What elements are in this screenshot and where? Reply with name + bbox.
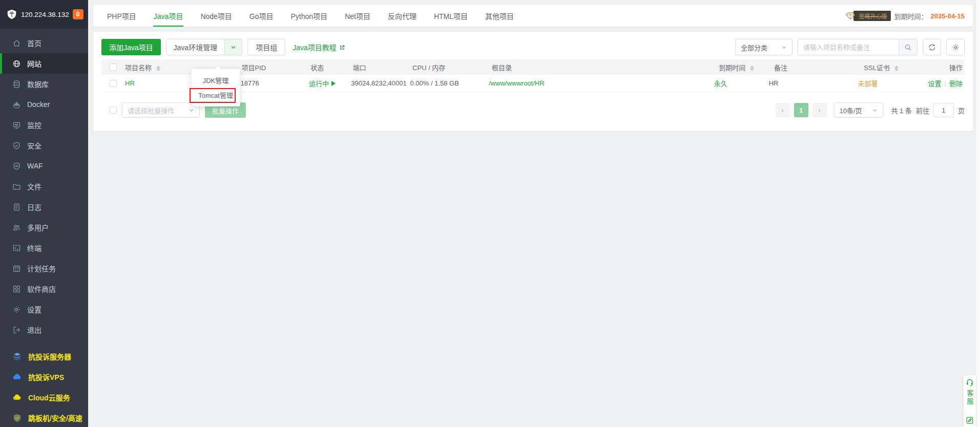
sidebar-item-appstore[interactable]: 软件商店 — [0, 279, 88, 299]
sidebar-item-jumpserver[interactable]: 跳板机/安全/高速 — [0, 408, 88, 427]
java-tutorial-link[interactable]: Java项目教程 — [293, 42, 346, 52]
column-label: 项目PID — [241, 64, 266, 72]
select-all-checkbox[interactable] — [110, 63, 117, 71]
sidebar-item-logout[interactable]: 退出 — [0, 319, 88, 340]
list-settings-button[interactable] — [946, 39, 965, 55]
refresh-button[interactable] — [923, 39, 941, 55]
message-count-badge[interactable]: 0 — [73, 9, 84, 19]
column-label: 状态 — [310, 64, 324, 72]
column-header-expire[interactable]: 到期时间 — [719, 62, 774, 72]
project-root-link[interactable]: /www/wwwroot/HR — [489, 79, 544, 87]
sort-icon[interactable] — [750, 66, 754, 71]
column-label: 操作 — [949, 64, 963, 72]
search-button[interactable] — [899, 39, 917, 55]
tab-net[interactable]: Net项目 — [336, 5, 379, 27]
tab-node[interactable]: Node项目 — [192, 5, 240, 27]
java-env-dropdown-toggle[interactable] — [224, 39, 242, 55]
scrollbar[interactable] — [976, 0, 980, 427]
sidebar-item-waf[interactable]: WAF — [0, 156, 88, 176]
gear-icon — [952, 44, 960, 51]
sidebar-item-label: 抗投诉VPS — [28, 372, 64, 382]
tab-go[interactable]: Go项目 — [241, 5, 282, 27]
sidebar-item-label: 抗投诉服务器 — [28, 351, 71, 361]
column-header-note: 备注 — [774, 62, 864, 72]
tab-label: 其他项目 — [485, 11, 514, 21]
monitor-icon — [12, 121, 21, 130]
sidebar-item-website[interactable]: 网站 — [0, 53, 88, 74]
prev-page-button[interactable]: ‹ — [776, 103, 790, 117]
footer-select-all-checkbox[interactable] — [110, 106, 117, 114]
sidebar-item-label: Docker — [27, 100, 50, 109]
goto-page-input[interactable] — [933, 103, 954, 117]
column-header-ssl[interactable]: SSL证书 — [864, 62, 934, 72]
menu-item-tomcat-manage[interactable]: Tomcat管理 — [192, 88, 240, 102]
sidebar-item-home[interactable]: 首页 — [0, 33, 88, 53]
next-page-button[interactable]: › — [812, 103, 827, 117]
project-type-tabs: PHP项目 Java项目 Node项目 Go项目 Python项目 Net项目 … — [93, 5, 973, 27]
sidebar-item-label: 跳板机/安全/高速 — [28, 413, 82, 423]
sidebar-item-docker[interactable]: Docker — [0, 94, 88, 115]
layers-3d-icon — [12, 352, 22, 361]
home-icon — [12, 39, 21, 48]
sort-icon[interactable] — [894, 66, 899, 71]
tab-reverse-proxy[interactable]: 反向代理 — [379, 5, 425, 27]
sidebar-item-label: 退出 — [27, 325, 41, 335]
add-java-project-button[interactable]: 添加Java项目 — [101, 39, 161, 55]
sidebar-item-monitor[interactable]: 监控 — [0, 115, 88, 135]
row-settings-button[interactable]: 设置 — [928, 80, 942, 88]
sidebar-item-cron[interactable]: 计划任务 — [0, 258, 88, 279]
calendar-icon — [12, 264, 21, 273]
page-size-select[interactable]: 10条/页 — [834, 102, 883, 118]
refresh-icon — [928, 44, 936, 51]
row-delete-button[interactable]: 删除 — [949, 80, 963, 88]
tab-label: PHP项目 — [107, 11, 136, 21]
sidebar-item-terminal[interactable]: 终端 — [0, 238, 88, 258]
edition-pill[interactable]: 宝塔开心版 — [845, 11, 891, 21]
project-name-link[interactable]: HR — [125, 79, 135, 87]
logout-icon — [12, 326, 21, 334]
action-separator: | — [945, 80, 946, 88]
sidebar-item-label: 数据库 — [27, 79, 49, 89]
cloud-blue-icon — [12, 372, 22, 382]
sidebar-item-settings[interactable]: 设置 — [0, 299, 88, 319]
chevron-down-icon — [231, 45, 236, 50]
sort-icon[interactable] — [156, 66, 160, 71]
tab-python[interactable]: Python项目 — [282, 5, 337, 27]
globe-icon — [12, 59, 21, 68]
search-input[interactable] — [798, 39, 899, 55]
row-checkbox[interactable] — [110, 80, 117, 87]
pencil-icon[interactable] — [966, 416, 974, 424]
project-group-button[interactable]: 项目组 — [247, 39, 285, 55]
java-env-manage-button[interactable]: Java环境管理 — [166, 39, 243, 55]
sidebar-item-files[interactable]: 文件 — [0, 176, 88, 197]
page-size-value: 10条/页 — [840, 105, 862, 115]
toolbar: 添加Java项目 Java环境管理 项目组 Java项目教程 全部分类 — [101, 39, 965, 55]
tab-other[interactable]: 其他项目 — [476, 5, 523, 27]
category-select[interactable]: 全部分类 — [735, 39, 793, 55]
column-label: 备注 — [774, 64, 787, 72]
menu-item-jdk-manage[interactable]: JDK管理 — [192, 73, 240, 88]
batch-action-select[interactable]: 请选择批量操作 — [122, 102, 200, 118]
gear-icon — [12, 305, 21, 314]
sidebar-item-anticomplaint-server[interactable]: 抗投诉服务器 — [0, 346, 88, 367]
sidebar-item-security[interactable]: 安全 — [0, 135, 88, 156]
sidebar-item-anticomplaint-vps[interactable]: 抗投诉VPS — [0, 367, 88, 387]
project-note: HR — [769, 79, 858, 87]
sidebar-item-logs[interactable]: 日志 — [0, 197, 88, 217]
goto-label: 前往 — [916, 105, 929, 115]
sidebar-item-cloud-service[interactable]: Cloud云服务 — [0, 387, 88, 408]
sidebar-item-multiuser[interactable]: 多用户 — [0, 217, 88, 238]
sidebar-item-label: 计划任务 — [27, 263, 56, 273]
customer-service-widget[interactable]: 客服 — [964, 375, 976, 427]
tab-php[interactable]: PHP项目 — [98, 5, 145, 27]
ssl-status[interactable]: 未部署 — [858, 80, 878, 88]
tab-html[interactable]: HTML项目 — [425, 5, 476, 27]
shield-badge-icon — [12, 413, 22, 423]
status-running[interactable]: 运行中 — [309, 78, 336, 88]
chevron-down-icon — [781, 45, 787, 50]
sidebar-item-database[interactable]: 数据库 — [0, 74, 88, 94]
tab-java[interactable]: Java项目 — [145, 5, 192, 27]
sidebar-item-label: WAF — [27, 162, 43, 170]
sidebar-item-label: 设置 — [27, 304, 41, 314]
current-page[interactable]: 1 — [794, 103, 808, 117]
